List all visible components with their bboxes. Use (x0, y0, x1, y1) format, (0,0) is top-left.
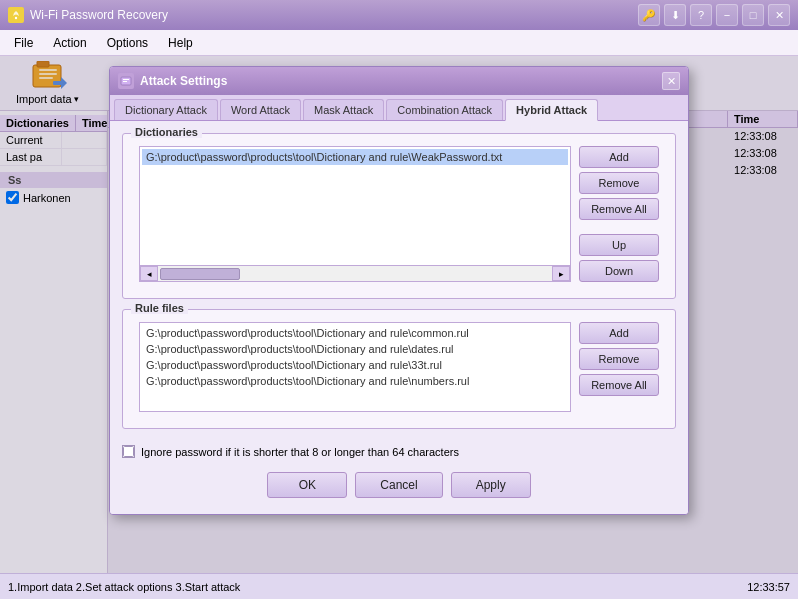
scroll-right-button[interactable]: ▸ (552, 266, 570, 281)
menu-bar: File Action Options Help (0, 30, 798, 56)
download-button[interactable]: ⬇ (664, 4, 686, 26)
scroll-thumb[interactable] (160, 268, 240, 280)
scroll-left-button[interactable]: ◂ (140, 266, 158, 281)
tab-mask-attack[interactable]: Mask Attack (303, 99, 384, 120)
status-time: 12:33:57 (747, 581, 790, 593)
dict-up-button[interactable]: Up (579, 234, 659, 256)
dictionaries-list[interactable]: G:\product\password\products\tool\Dictio… (139, 146, 571, 266)
dict-buttons: Add Remove Remove All Up Down (579, 146, 659, 282)
tab-hybrid-attack[interactable]: Hybrid Attack (505, 99, 598, 121)
tab-combination-attack[interactable]: Combination Attack (386, 99, 503, 120)
rule-buttons: Add Remove Remove All (579, 322, 659, 412)
dictionaries-scrollbar[interactable]: ◂ ▸ (139, 266, 571, 282)
window-controls: 🔑 ⬇ ? − □ ✕ (638, 4, 790, 26)
dict-remove-all-button[interactable]: Remove All (579, 198, 659, 220)
list-item[interactable]: G:\product\password\products\tool\Dictio… (142, 357, 568, 373)
tab-dictionary-attack[interactable]: Dictionary Attack (114, 99, 218, 120)
attack-settings-dialog: Attack Settings ✕ Dictionary Attack Word… (109, 66, 689, 515)
rule-files-label: Rule files (131, 302, 188, 314)
rule-remove-button[interactable]: Remove (579, 348, 659, 370)
key-button[interactable]: 🔑 (638, 4, 660, 26)
dialog-icon (118, 73, 134, 89)
dict-down-button[interactable]: Down (579, 260, 659, 282)
minimize-button[interactable]: − (716, 4, 738, 26)
rule-files-list[interactable]: G:\product\password\products\tool\Dictio… (139, 322, 571, 412)
menu-action[interactable]: Action (43, 33, 96, 53)
svg-rect-11 (124, 447, 134, 457)
dialog-titlebar: Attack Settings ✕ (110, 67, 688, 95)
svg-rect-10 (123, 81, 127, 82)
ignore-password-checkbox[interactable] (122, 445, 135, 458)
tab-word-attack[interactable]: Word Attack (220, 99, 301, 120)
menu-file[interactable]: File (4, 33, 43, 53)
rule-remove-all-button[interactable]: Remove All (579, 374, 659, 396)
ignore-password-label: Ignore password if it is shorter that 8 … (141, 446, 459, 458)
list-item[interactable]: G:\product\password\products\tool\Dictio… (142, 373, 568, 389)
dict-add-button[interactable]: Add (579, 146, 659, 168)
svg-point-0 (15, 17, 17, 19)
status-bar: 1.Import data 2.Set attack options 3.Sta… (0, 573, 798, 599)
status-steps: 1.Import data 2.Set attack options 3.Sta… (8, 581, 240, 593)
svg-rect-9 (123, 79, 129, 80)
app-icon (8, 7, 24, 23)
maximize-button[interactable]: □ (742, 4, 764, 26)
menu-options[interactable]: Options (97, 33, 158, 53)
dialog-footer: OK Cancel Apply (122, 464, 676, 502)
dialog-close-button[interactable]: ✕ (662, 72, 680, 90)
help-button[interactable]: ? (690, 4, 712, 26)
list-item[interactable]: G:\product\password\products\tool\Dictio… (142, 149, 568, 165)
menu-help[interactable]: Help (158, 33, 203, 53)
ignore-password-row: Ignore password if it is shorter that 8 … (122, 439, 676, 464)
ok-button[interactable]: OK (267, 472, 347, 498)
dialog-overlay: Attack Settings ✕ Dictionary Attack Word… (0, 56, 798, 573)
list-item[interactable]: G:\product\password\products\tool\Dictio… (142, 325, 568, 341)
apply-button[interactable]: Apply (451, 472, 531, 498)
list-item[interactable]: G:\product\password\products\tool\Dictio… (142, 341, 568, 357)
tabs-container: Dictionary Attack Word Attack Mask Attac… (110, 95, 688, 121)
app-title: Wi-Fi Password Recovery (30, 8, 638, 22)
rule-add-button[interactable]: Add (579, 322, 659, 344)
cancel-button[interactable]: Cancel (355, 472, 442, 498)
dict-remove-button[interactable]: Remove (579, 172, 659, 194)
close-button[interactable]: ✕ (768, 4, 790, 26)
dialog-body: Dictionaries G:\product\password\product… (110, 121, 688, 514)
dialog-title: Attack Settings (140, 74, 662, 88)
dictionaries-label: Dictionaries (131, 126, 202, 138)
title-bar: Wi-Fi Password Recovery 🔑 ⬇ ? − □ ✕ (0, 0, 798, 30)
